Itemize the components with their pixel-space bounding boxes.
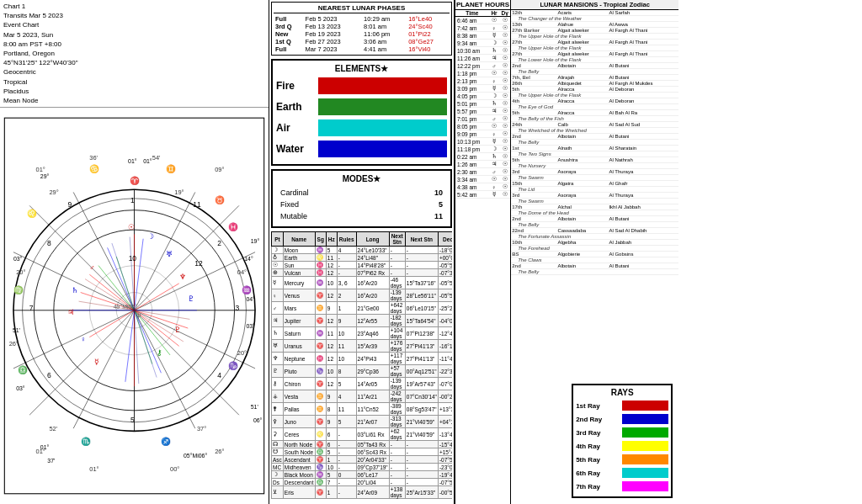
svg-text:2: 2	[217, 239, 221, 247]
phase-name: 1st Q	[274, 38, 304, 45]
lm-arabic: Algebha	[556, 240, 608, 246]
ph-hr: ☽	[489, 146, 500, 153]
planet-cell: +138 days	[389, 486, 405, 499]
planet-cell: 15°Ar39	[356, 340, 389, 353]
svg-text:♄: ♄	[72, 286, 78, 294]
modes-table: Cardinal 10 Fixed 5 Mutable 11	[276, 186, 447, 223]
ph-hr: ♂	[489, 168, 500, 176]
planet-cell: Descendant	[283, 479, 315, 486]
ph-time: 0:22 am	[455, 153, 489, 161]
lm-number: 5th	[511, 87, 556, 93]
lm-subtitle: The Lid	[511, 187, 678, 193]
right-panel: PLANET HOURS Time Hr Dy 6:46 am ☉ ☉ 7:42…	[455, 0, 678, 504]
ph-time: 3:34 am	[455, 176, 489, 183]
planet-cell: 1	[326, 486, 337, 499]
planet-row: ☽Moon♒5424°Le10'33"---18°00'	[272, 247, 453, 254]
svg-text:29°: 29°	[49, 188, 58, 196]
planet-cell: 9	[326, 416, 337, 428]
planet-cell: 12	[326, 289, 337, 302]
ph-time: 10:13 pm	[455, 138, 489, 146]
lm-number: 3rd	[511, 169, 556, 175]
chart-title-4: Mar 5 2023, Sun	[3, 30, 265, 40]
planet-cell: -	[337, 428, 356, 441]
planet-cell: ♑	[315, 365, 326, 378]
planet-cell: 06°Sc43 Rx	[356, 448, 389, 456]
svg-text:03°: 03°	[13, 256, 23, 262]
ph-dy: ☉	[499, 85, 510, 93]
lm-number: 26th	[511, 81, 556, 87]
planet-cell: ♌	[315, 254, 326, 262]
planet-hour-row: 0:22 am ♄ ☉	[455, 153, 510, 161]
ph-hr: ☿	[489, 191, 500, 199]
planet-row: ♅Uranus♈121115°Ar39+176 days27°Pi41'13"-…	[272, 340, 453, 353]
lm-arabic: Albotain	[556, 216, 608, 222]
planet-cell: -07°00'	[438, 378, 452, 390]
planet-cell: 24°Li48"	[356, 254, 389, 262]
lm-number: 13th	[511, 22, 556, 28]
planet-cell: -	[337, 441, 356, 448]
svg-text:♑: ♑	[228, 361, 238, 371]
lm-arabic: Alahue	[556, 22, 608, 28]
lm-subtitle-row: The Claws	[511, 257, 678, 263]
lm-row: 17th Alchal Ikhl Al Jabbah	[511, 204, 678, 210]
planet-table: PtNameSgHzRulesLongNext StnNext StnDecl …	[271, 231, 452, 499]
ray-bar	[622, 441, 668, 451]
planet-cell: -313 days	[389, 416, 405, 428]
lm-other: Al Thuraya	[608, 193, 678, 199]
planet-cell: 11	[337, 340, 356, 353]
ph-dy: ☉	[499, 93, 510, 100]
planet-hour-row: 5:42 am ☿ ☉	[455, 191, 510, 199]
planet-cell: -	[389, 456, 405, 464]
lm-row: 26th Albiquedet Al Fargh Al Mukdes	[511, 81, 678, 87]
planet-cell: ♇	[272, 365, 284, 378]
ray-label: 4th Ray	[576, 443, 622, 450]
planet-cell: +62 days	[389, 428, 405, 441]
phase-name: Full	[274, 45, 304, 53]
svg-text:♊: ♊	[166, 164, 176, 174]
lm-arabic: Alracca	[556, 110, 608, 116]
svg-text:♒: ♒	[242, 285, 252, 295]
planet-cell: 6	[326, 428, 337, 441]
planet-cell: -	[389, 262, 405, 269]
lm-other: Al Butani	[608, 263, 678, 269]
phase-time: 3:06 am	[362, 38, 407, 45]
ph-dy: ☉	[499, 40, 510, 47]
ph-time: 4:38 am	[455, 183, 489, 191]
planet-col-header: Next Stn	[405, 232, 438, 247]
planet-cell: ♌	[315, 428, 326, 441]
lm-subtitle-row: The Nursery	[511, 163, 678, 169]
planet-cell: -12°44'	[438, 327, 452, 340]
planet-cell: ♓	[315, 353, 326, 365]
chart-area: 1 2 3 4 5 6 7 8 9 10 11 12 01° 09° 20° 2…	[0, 108, 269, 504]
planet-cell: 11°Cn52	[356, 403, 389, 416]
planet-hour-row: 9:09 pm ♀ ☉	[455, 130, 510, 138]
planet-cell: 3, 6	[337, 277, 356, 289]
lm-row: 22nd Cassaadaba Al Sad Al Dhabih	[511, 228, 678, 234]
ph-dy: ☉	[499, 138, 510, 146]
lm-number: 27th Barker	[511, 28, 556, 34]
lm-subtitle: The Lower Hole of the Flank	[511, 57, 678, 63]
ph-hr: ☉	[489, 123, 500, 130]
planet-cell: ♈	[315, 441, 326, 448]
lm-subtitle: The Eye of God	[511, 104, 678, 110]
lunar-phase-row: Full Mar 7 2023 4:41 am 16°Vi40	[274, 45, 450, 53]
planet-cell: -	[389, 471, 405, 479]
planet-cell: North Node	[283, 441, 315, 448]
planet-cell: 9	[337, 315, 356, 327]
middle-panel: NEAREST LUNAR PHASES Full Feb 5 2023 10:…	[269, 0, 455, 504]
element-label: Earth	[276, 101, 318, 113]
planet-cell: 15°Ta37'16"	[405, 277, 438, 289]
ph-dy: ☉	[499, 62, 510, 70]
planet-cell: 25°Ar15'33"	[405, 486, 438, 499]
planet-cell: +642 days	[389, 302, 405, 315]
lm-subtitle: The Nursery	[511, 163, 678, 169]
planet-cell: 21°Ar07	[356, 416, 389, 428]
planet-row: ☋South Node♎5-06°Sc43 Rx--+15°40'	[272, 448, 453, 456]
modes-box: MODES★ Cardinal 10 Fixed 5 Mutable 11	[271, 169, 452, 228]
ray-bar	[622, 427, 668, 438]
planet-cell: ♒	[315, 277, 326, 289]
phase-long: 16°Vi40	[407, 45, 450, 53]
svg-text:52': 52'	[49, 425, 57, 432]
lm-other: Al Fargh Al Thani	[608, 28, 678, 34]
lm-number: 17th	[511, 204, 556, 210]
